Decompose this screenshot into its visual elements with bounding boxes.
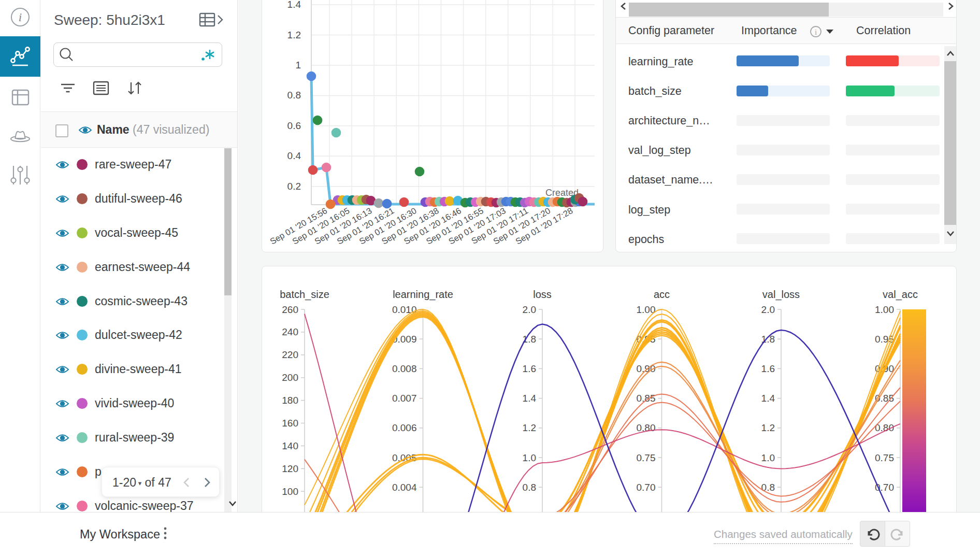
svg-text:200: 200 (282, 372, 298, 383)
svg-text:2.0: 2.0 (523, 304, 536, 315)
svg-text:1.4: 1.4 (287, 0, 301, 10)
svg-text:0.6: 0.6 (287, 120, 301, 131)
svg-text:0.007: 0.007 (392, 393, 417, 404)
svg-text:1.4: 1.4 (761, 393, 775, 404)
svg-text:loss: loss (533, 289, 552, 300)
svg-text:0.2: 0.2 (287, 181, 301, 192)
svg-text:1.00: 1.00 (875, 304, 894, 315)
svg-text:i: i (19, 11, 22, 24)
svg-text:2.0: 2.0 (761, 304, 775, 315)
svg-text:0.4: 0.4 (287, 150, 301, 161)
svg-text:1.6: 1.6 (761, 363, 775, 374)
svg-text:0.75: 0.75 (875, 452, 894, 463)
svg-text:0.8: 0.8 (761, 482, 775, 493)
svg-text:1.0: 1.0 (523, 452, 536, 463)
svg-text:180: 180 (282, 395, 298, 406)
svg-text:260: 260 (282, 304, 298, 315)
svg-text:220: 220 (282, 349, 298, 360)
svg-text:acc: acc (654, 289, 670, 300)
svg-text:1.4: 1.4 (523, 393, 537, 404)
svg-text:1.2: 1.2 (523, 422, 536, 433)
svg-text:batch_size: batch_size (280, 289, 329, 301)
svg-text:i: i (815, 28, 817, 36)
svg-text:120: 120 (282, 463, 298, 474)
svg-text:val_loss: val_loss (762, 289, 800, 301)
svg-text:0.006: 0.006 (392, 422, 417, 433)
svg-text:1.2: 1.2 (287, 30, 301, 40)
svg-text:0.8: 0.8 (287, 90, 301, 101)
svg-text:0.004: 0.004 (392, 482, 417, 493)
svg-text:160: 160 (282, 418, 298, 429)
svg-text:1.0: 1.0 (761, 452, 775, 463)
svg-text:0.85: 0.85 (637, 393, 656, 404)
svg-text:0.75: 0.75 (637, 452, 656, 463)
svg-text:1.2: 1.2 (761, 422, 775, 433)
svg-text:140: 140 (282, 440, 298, 451)
svg-text:0.008: 0.008 (392, 363, 417, 374)
svg-text:0.8: 0.8 (523, 482, 536, 493)
svg-text:1: 1 (295, 60, 301, 70)
svg-text:240: 240 (282, 326, 298, 337)
svg-text:val_acc: val_acc (883, 289, 918, 301)
svg-text:0.70: 0.70 (637, 482, 656, 493)
svg-text:0.005: 0.005 (392, 452, 417, 463)
svg-text:1.6: 1.6 (523, 363, 536, 374)
svg-text:1.8: 1.8 (523, 334, 536, 345)
svg-text:100: 100 (282, 486, 298, 497)
svg-text:learning_rate: learning_rate (393, 289, 453, 301)
